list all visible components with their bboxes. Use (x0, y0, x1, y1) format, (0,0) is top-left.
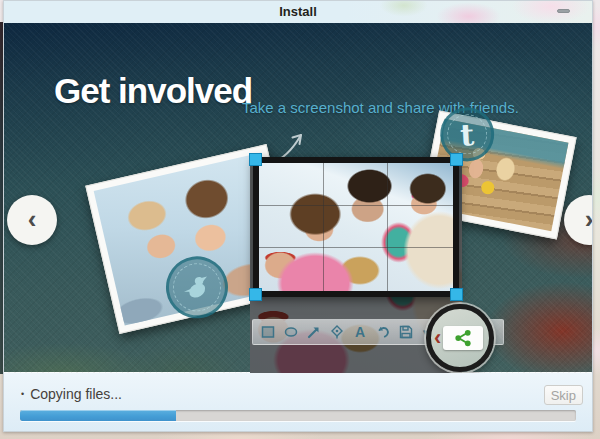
share-magnifier: ‹ (426, 304, 494, 372)
progress-bar (20, 410, 576, 421)
arrow-icon[interactable] (306, 324, 322, 340)
minimize-icon[interactable] (557, 9, 570, 13)
slide-heading: Get involved (54, 71, 252, 111)
window-title: Install (4, 4, 592, 19)
share-button[interactable] (443, 326, 483, 350)
photo-family-selected (259, 163, 453, 291)
selection-handle-top-left[interactable] (249, 153, 262, 166)
selection-handle-bottom-left[interactable] (249, 288, 262, 301)
share-icon (453, 328, 473, 348)
titlebar: Install (4, 1, 592, 24)
grid-line (323, 163, 324, 291)
save-icon[interactable] (398, 324, 414, 340)
grid-line (259, 205, 453, 206)
status-bullet-icon: • (21, 389, 24, 399)
undo-icon[interactable] (375, 324, 391, 340)
grid-line (259, 247, 453, 248)
next-slide-button[interactable]: › (564, 195, 592, 245)
rectangle-select-icon[interactable] (260, 324, 276, 340)
status-bar: •Copying files... Skip (4, 372, 592, 431)
back-chevron-icon: ‹ (434, 327, 441, 349)
chevron-right-icon: › (585, 206, 592, 232)
screenshot-selection-region[interactable] (253, 157, 459, 297)
ellipse-icon[interactable] (283, 324, 299, 340)
pen-icon[interactable] (329, 324, 345, 340)
progress-fill (20, 410, 176, 421)
slideshow-area: Get involved Take a screenshot and share… (4, 23, 592, 373)
chevron-left-icon: ‹ (28, 206, 37, 232)
selection-handle-bottom-right[interactable] (450, 288, 463, 301)
stamp-letter: t (459, 117, 475, 153)
grid-line (387, 163, 388, 291)
skip-button[interactable]: Skip (544, 385, 583, 405)
status-label: Copying files... (30, 386, 122, 402)
previous-slide-button[interactable]: ‹ (7, 195, 57, 245)
selection-handle-top-right[interactable] (450, 153, 463, 166)
text-tool-icon[interactable]: A (352, 324, 368, 340)
status-message: •Copying files... (21, 386, 122, 402)
install-window: Install Get involved Take a screenshot a… (3, 0, 593, 432)
